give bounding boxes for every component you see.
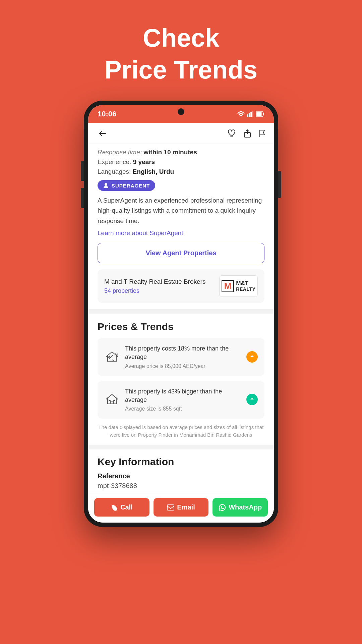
superagent-badge: SUPERAGENT [98, 180, 155, 191]
trend-text-1: This property costs 18% more than the av… [125, 344, 241, 369]
experience-row: Experience: 9 years [98, 158, 264, 166]
content-area: Response time: within 10 minutes Experie… [88, 144, 274, 493]
superagent-badge-icon [103, 182, 109, 189]
view-agent-properties-button[interactable]: View Agent Properties [98, 243, 264, 263]
trend-indicator-2 [246, 394, 258, 405]
phone-screen: 10:06 [88, 105, 274, 523]
trend-disclaimer: The data displayed is based on average p… [98, 423, 264, 439]
response-time-row: Response time: within 10 minutes [98, 149, 264, 156]
svg-rect-1 [247, 114, 248, 117]
battery-icon [256, 111, 264, 117]
key-information-section: Key Information Reference mpt-3378688 [88, 449, 274, 493]
flag-button[interactable] [258, 129, 266, 138]
svg-rect-13 [167, 505, 174, 510]
svg-point-10 [109, 357, 110, 358]
arrow-up-icon [249, 354, 255, 360]
page-background: Check Price Trends 10:06 [0, 0, 362, 644]
trend-sub-1: Average price is 85,000 AED/year [125, 363, 241, 369]
reference-value: mpt-3378688 [98, 482, 264, 490]
heart-button[interactable] [228, 129, 236, 138]
house-size-icon [104, 392, 120, 407]
trend-sub-2: Average size is 855 sqft [125, 406, 241, 412]
trend-text-2: This property is 43% bigger than the ave… [125, 387, 241, 412]
trend-card-1: % This property costs 18% more than the … [98, 338, 264, 376]
svg-point-11 [112, 360, 113, 361]
bottom-action-bar: Call Email WhatsApp [88, 493, 274, 523]
prices-trends-title: Prices & Trends [98, 314, 264, 338]
agency-logo-m: M [222, 280, 234, 292]
whatsapp-icon [219, 504, 226, 511]
phone-icon [111, 504, 118, 511]
arrow-up-icon-2 [249, 397, 255, 402]
status-time: 10:06 [98, 110, 116, 118]
call-button[interactable]: Call [94, 498, 149, 517]
volume-down-button [81, 188, 84, 208]
svg-rect-2 [249, 113, 250, 117]
agency-logo: M M&T REALTY [219, 275, 258, 297]
agency-properties: 54 properties [104, 287, 205, 294]
volume-up-button [81, 161, 84, 181]
signal-icon [247, 111, 254, 117]
trend-icon-1: % [104, 349, 120, 365]
svg-text:%: % [115, 353, 118, 357]
trend-main-2: This property is 43% bigger than the ave… [125, 387, 241, 404]
languages-row: Languages: English, Urdu [98, 168, 264, 175]
agent-info: Response time: within 10 minutes Experie… [88, 144, 274, 303]
email-button[interactable]: Email [154, 498, 209, 517]
svg-rect-6 [263, 113, 264, 115]
trend-card-2: This property is 43% bigger than the ave… [98, 381, 264, 419]
trend-icon-2 [104, 392, 120, 407]
action-icons-group [228, 129, 266, 138]
reference-label: Reference [98, 472, 264, 480]
house-percent-icon: % [104, 349, 120, 365]
back-arrow-icon [99, 130, 106, 137]
whatsapp-button[interactable]: WhatsApp [213, 498, 268, 517]
phone-device: 10:06 [84, 101, 278, 527]
section-divider-1 [88, 309, 274, 314]
svg-point-9 [105, 183, 107, 186]
svg-rect-4 [252, 111, 253, 117]
back-button[interactable] [96, 127, 109, 140]
status-icons [237, 111, 264, 117]
key-info-title: Key Information [98, 456, 264, 468]
page-header: Check Price Trends [105, 0, 257, 101]
share-icon [244, 129, 251, 138]
svg-point-0 [241, 117, 242, 117]
share-button[interactable] [244, 129, 251, 138]
agency-name: M and T Realty Real Estate Brokers [104, 278, 205, 285]
trend-main-1: This property costs 18% more than the av… [125, 344, 241, 361]
svg-rect-7 [256, 112, 262, 116]
flag-icon [258, 129, 266, 138]
agency-logo-text: M&T REALTY [236, 280, 255, 292]
prices-trends-section: Prices & Trends % [88, 314, 274, 439]
agency-card[interactable]: M and T Realty Real Estate Brokers 54 pr… [98, 269, 264, 303]
heart-icon [228, 129, 236, 137]
svg-rect-3 [250, 112, 252, 117]
superagent-desc: A SuperAgent is an experienced professio… [98, 196, 264, 226]
learn-more-link[interactable]: Learn more about SuperAgent [98, 229, 264, 237]
wifi-icon [237, 111, 245, 117]
power-button [278, 171, 281, 198]
action-bar [88, 123, 274, 144]
page-title: Check Price Trends [105, 22, 257, 86]
camera-notch [178, 108, 184, 115]
section-divider-2 [88, 445, 274, 449]
trend-indicator-1 [246, 351, 258, 363]
agency-info: M and T Realty Real Estate Brokers 54 pr… [104, 278, 205, 294]
email-icon [167, 504, 174, 511]
